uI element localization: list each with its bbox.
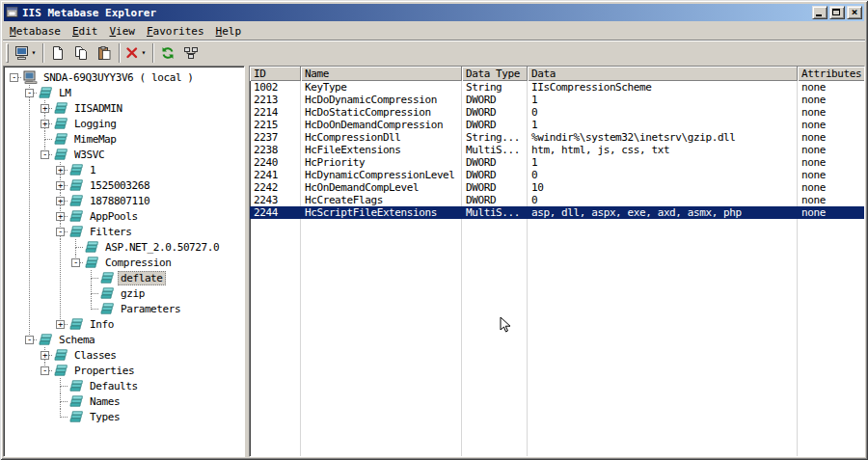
maximize-button[interactable] xyxy=(829,6,845,19)
table-row-2213[interactable]: 2213HcDoDynamicCompressionDWORD1none xyxy=(250,94,864,106)
tree-item-info[interactable]: +Info xyxy=(7,316,244,332)
titlebar[interactable]: IIS Metabase Explorer × xyxy=(4,4,864,21)
tree-expander[interactable]: + xyxy=(38,347,53,363)
tree-guide xyxy=(22,316,38,332)
list-panel: IDNameData TypeDataAttributes 1002KeyTyp… xyxy=(249,66,865,457)
table-row-2241[interactable]: 2241HcDynamicCompressionLevelDWORD0none xyxy=(250,169,864,181)
table-row-2244[interactable]: 2244HcScriptFileExtensionsMultiS...asp, … xyxy=(250,206,864,219)
tree-item-compression[interactable]: -Compression xyxy=(7,255,244,270)
table-row-2214[interactable]: 2214HcDoStaticCompressionDWORD0none xyxy=(250,106,864,119)
tree-expander[interactable]: + xyxy=(53,316,68,332)
table-row-2243[interactable]: 2243HcCreateFlagsDWORD0none xyxy=(250,194,864,206)
tree-item-types[interactable]: Types xyxy=(7,409,244,424)
tree-guide xyxy=(7,347,22,363)
table-row-2215[interactable]: 2215HcDoOnDemandCompressionDWORD1none xyxy=(250,119,864,131)
tree-item-1878807110[interactable]: +1878807110 xyxy=(7,193,244,208)
cell-name: KeyType xyxy=(301,81,462,94)
tree-guide xyxy=(7,85,22,100)
tree-item-1525003268[interactable]: +1525003268 xyxy=(7,177,244,193)
tree-expander[interactable]: + xyxy=(53,177,68,193)
tree-expander[interactable]: + xyxy=(53,193,68,208)
tree-item-classes[interactable]: +Classes xyxy=(7,347,244,363)
menu-metabase[interactable]: Metabase xyxy=(4,23,67,40)
tree-guide xyxy=(53,301,68,316)
column-header-data-type[interactable]: Data Type xyxy=(462,67,528,81)
refresh-button[interactable] xyxy=(156,42,179,64)
metabase-key-icon xyxy=(69,379,85,392)
tree-item-snda-69q3uyy3v6-local[interactable]: -SNDA-69Q3UYY3V6 ( local ) xyxy=(7,69,244,85)
column-header-name[interactable]: Name xyxy=(301,67,462,81)
tree-guide xyxy=(7,239,22,255)
tree-guide xyxy=(22,162,38,177)
tree-expander[interactable]: - xyxy=(38,147,53,162)
tree-expander[interactable]: + xyxy=(53,162,68,177)
tree-item-1[interactable]: +1 xyxy=(7,162,244,177)
connect-button[interactable]: ▾ xyxy=(13,42,40,64)
minimize-button[interactable] xyxy=(812,6,827,19)
tree-guide xyxy=(7,116,22,131)
metabase-key-icon xyxy=(54,117,69,130)
close-button[interactable]: × xyxy=(847,6,862,19)
menu-edit[interactable]: Edit xyxy=(67,23,104,40)
tree-item-iisadmin[interactable]: +IISADMIN xyxy=(7,100,244,116)
cell-data: 0 xyxy=(528,106,798,119)
tree-connector xyxy=(38,131,53,147)
tree-item-w3svc[interactable]: -W3SVC xyxy=(7,147,244,162)
window-title: IIS Metabase Explorer xyxy=(22,7,810,19)
tree-expander[interactable]: + xyxy=(53,208,68,224)
tree-item-filters[interactable]: -Filters xyxy=(7,224,244,239)
tree-item-asp-net-2-0-50727-0[interactable]: ASP.NET_2.0.50727.0 xyxy=(7,239,244,255)
tree-item-properties[interactable]: -Properties xyxy=(7,363,244,378)
new-key-button[interactable] xyxy=(46,42,69,64)
tree-guide xyxy=(68,285,84,301)
tree-item-gzip[interactable]: gzip xyxy=(7,285,244,301)
cell-id: 2241 xyxy=(250,169,301,181)
toolbar-grip[interactable] xyxy=(6,43,9,63)
tree-item-mimemap[interactable]: MimeMap xyxy=(7,131,244,147)
tree-item-label: Parameters xyxy=(118,302,183,316)
table-row-2240[interactable]: 2240HcPriorityDWORD1none xyxy=(250,156,864,169)
tree-item-label: deflate xyxy=(118,271,166,285)
network-button[interactable] xyxy=(179,42,203,64)
tree-guide xyxy=(7,131,22,147)
tree-item-lm[interactable]: -LM xyxy=(7,85,244,100)
tree-item-defaults[interactable]: Defaults xyxy=(7,378,244,393)
delete-button[interactable]: ▾ xyxy=(122,42,149,64)
tree-item-apppools[interactable]: +AppPools xyxy=(7,208,244,224)
tree-expander[interactable]: - xyxy=(38,363,53,378)
copy-icon xyxy=(73,45,89,61)
column-header-id[interactable]: ID xyxy=(250,67,301,81)
metabase-key-icon xyxy=(85,256,100,269)
menu-favorites[interactable]: Favorites xyxy=(141,23,210,40)
tree-expander[interactable]: - xyxy=(53,224,68,239)
menu-help[interactable]: Help xyxy=(210,23,248,40)
paste-button[interactable] xyxy=(93,42,116,64)
menu-view[interactable]: View xyxy=(103,23,141,40)
tree-guide xyxy=(53,255,68,270)
tree-expander[interactable]: - xyxy=(7,69,22,85)
tree-guide xyxy=(22,285,38,301)
table-row-2237[interactable]: 2237HcCompressionDllString...%windir%\sy… xyxy=(250,131,864,144)
cell-attributes: none xyxy=(798,144,864,156)
tree-item-logging[interactable]: +Logging xyxy=(7,116,244,131)
cell-attributes: none xyxy=(798,119,864,131)
tree-item-label: SNDA-69Q3UYY3V6 ( local ) xyxy=(41,70,197,85)
tree-expander[interactable]: - xyxy=(22,85,38,100)
table-row-2238[interactable]: 2238HcFileExtensionsMultiS...htm, html, … xyxy=(250,144,864,156)
table-row-2242[interactable]: 2242HcOnDemandCompLevelDWORD10none xyxy=(250,181,864,194)
column-header-attributes[interactable]: Attributes xyxy=(798,67,865,81)
tree-expander[interactable]: + xyxy=(38,100,53,116)
copy-button[interactable] xyxy=(69,42,93,64)
tree-item-schema[interactable]: -Schema xyxy=(7,332,244,347)
table-row-1002[interactable]: 1002KeyTypeStringIIsCompressionSchemenon… xyxy=(250,81,864,94)
column-header-data[interactable]: Data xyxy=(528,67,798,81)
cell-id: 2240 xyxy=(250,156,301,169)
tree-expander[interactable]: + xyxy=(38,116,53,131)
paste-icon xyxy=(96,45,112,61)
tree-item-names[interactable]: Names xyxy=(7,393,244,409)
tree-item-deflate[interactable]: deflate xyxy=(7,270,244,285)
tree-expander[interactable]: - xyxy=(22,332,38,347)
tree-item-parameters[interactable]: Parameters xyxy=(7,301,244,316)
cell-id: 2214 xyxy=(250,106,301,119)
tree-expander[interactable]: - xyxy=(68,255,84,270)
